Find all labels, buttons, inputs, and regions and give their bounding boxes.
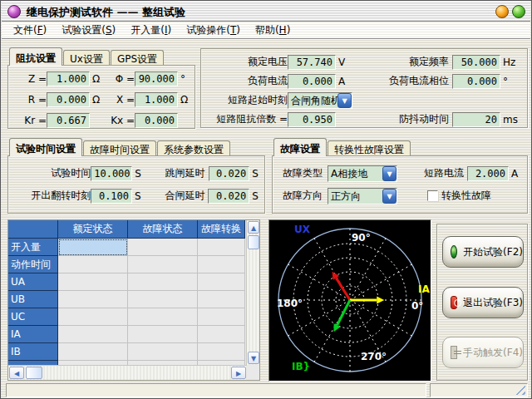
angle-90-label: 90° (352, 232, 371, 244)
minimize-button[interactable] (495, 5, 509, 18)
load-phase-unit: ° (500, 76, 519, 87)
table-row: UC (8, 308, 259, 326)
test-time-input[interactable]: 10.000 (91, 166, 132, 181)
close-delay-unit: S (249, 190, 264, 202)
output-flip-unit: S (132, 190, 147, 202)
phi-unit: ° (178, 73, 190, 85)
fault-type-dropdown[interactable]: A相接地 ▼ (328, 165, 397, 182)
fault-type-label: 故障类型 (279, 166, 323, 180)
menu-item-binary-input[interactable]: 开入量(I) (124, 22, 178, 39)
trip-delay-input[interactable]: 0.020 (209, 166, 250, 181)
status-bar-right (430, 383, 528, 397)
r-label: R = (18, 94, 47, 106)
short-current-unit: A (509, 168, 518, 180)
load-phase-input[interactable]: 0.000 (452, 74, 500, 89)
output-flip-input[interactable]: 0.100 (91, 189, 132, 204)
test-time-label: 试验时间 (15, 166, 91, 180)
r-input[interactable]: 0.000 (47, 92, 90, 107)
rated-freq-input[interactable]: 50.000 (452, 55, 500, 70)
tab-convert-fault-settings[interactable]: 转换性故障设置 (328, 140, 411, 156)
z-unit: Ω (90, 73, 101, 85)
angle-270-label: 270° (361, 351, 387, 362)
vertical-scrollbar[interactable]: ▲ ▼ (246, 220, 259, 365)
menu-item-test-settings[interactable]: 试验设置(S) (55, 22, 122, 39)
tab-system-param-settings[interactable]: 系统参数设置 (157, 140, 230, 156)
table-row: UA (8, 273, 259, 291)
chevron-down-icon[interactable]: ▼ (337, 93, 352, 108)
tab-ux-settings[interactable]: Ux设置 (63, 50, 110, 66)
fault-type-value: A相接地 (328, 166, 382, 181)
manual-trigger-icon (451, 346, 457, 359)
convert-fault-label: 转换性故障 (441, 189, 491, 203)
resize-grip[interactable] (515, 384, 525, 395)
vscroll-thumb[interactable] (248, 235, 259, 249)
title-bar: 继电保护测试软件 —— 整组试验 (2, 2, 530, 22)
short-current-label: 短路电流 (397, 166, 464, 180)
short-start-dropdown[interactable]: 合闸角随机 ▼ (288, 92, 352, 109)
chevron-down-icon[interactable]: ▼ (382, 189, 397, 204)
short-start-label: 短路起始时刻 (208, 93, 288, 107)
vector-diagram: UX 90° 180° 0° IA 270° IB} (268, 219, 431, 382)
phi-input[interactable]: 90.000 (135, 71, 178, 86)
kx-input[interactable]: 0.000 (135, 113, 178, 128)
col-header-fault-convert: 故障转换 (198, 220, 245, 239)
manual-trigger-button[interactable]: 手动触发(F4) (442, 337, 524, 368)
kr-input[interactable]: 0.667 (47, 113, 90, 128)
impedance-mult-label: 短路阻抗倍数 = (208, 112, 288, 126)
menu-bar: 文件(F) 试验设置(S) 开入量(I) 试验操作(T) 帮助(H) (2, 22, 530, 39)
rated-freq-unit: Hz (500, 57, 519, 68)
horizontal-scrollbar[interactable]: ◀ ▶ (8, 365, 247, 380)
fault-direction-dropdown[interactable]: 正方向 ▼ (328, 188, 397, 204)
status-bar-left (6, 383, 426, 397)
load-current-label: 负荷电流 (208, 74, 288, 88)
tab-fault-settings[interactable]: 故障设置 (273, 138, 327, 156)
app-icon (7, 5, 21, 18)
debounce-input[interactable]: 20 (452, 112, 500, 127)
menu-item-test-operation[interactable]: 试验操作(T) (180, 22, 247, 39)
rated-voltage-input[interactable]: 57.740 (288, 55, 336, 70)
window-title: 继电保护测试软件 —— 整组试验 (27, 5, 185, 20)
ib-axis-label: IB} (292, 361, 310, 372)
x-input[interactable]: 1.000 (135, 92, 178, 107)
table-row: 开入量 (8, 239, 259, 256)
debounce-unit: ms (500, 114, 519, 126)
results-table: 额定状态 故障状态 故障转换 开入量 动作时间 UA UB UC IA (7, 219, 260, 381)
scroll-up-icon[interactable]: ▲ (248, 221, 259, 234)
z-label: Z = (18, 73, 47, 85)
start-icon (451, 245, 457, 259)
rated-voltage-label: 额定电压 (208, 55, 288, 69)
fault-group: 故障类型 A相接地 ▼ 短路电流 2.000 A 故障方向 正方向 ▼ 转换性故… (272, 155, 528, 214)
tab-impedance-settings[interactable]: 阻抗设置 (9, 47, 62, 66)
close-delay-input[interactable]: 0.020 (208, 189, 249, 204)
close-button[interactable] (512, 5, 525, 18)
short-current-input[interactable]: 2.000 (467, 166, 509, 181)
debounce-label: 防抖动时间 (354, 112, 449, 126)
time-group: 试验时间 10.000 S 跳闸延时 0.020 S 开出翻转时刻 0.100 … (7, 155, 265, 214)
exit-test-button[interactable]: 退出试验(F3) (442, 287, 524, 318)
kr-label: Kr = (18, 115, 47, 126)
z-input[interactable]: 1.000 (47, 71, 90, 86)
tab-test-time-settings[interactable]: 试验时间设置 (9, 138, 82, 156)
col-header-rated-state: 额定状态 (58, 220, 128, 239)
phi-label: Φ = (101, 73, 135, 85)
trip-delay-label: 跳闸延时 (147, 166, 204, 180)
scroll-right-icon[interactable]: ▶ (231, 367, 246, 379)
trip-delay-unit: S (249, 168, 264, 180)
load-current-input[interactable]: 0.000 (288, 74, 336, 89)
tab-fault-time-settings[interactable]: 故障时间设置 (83, 140, 156, 156)
system-group: 额定电压 57.740 V 额定频率 50.000 Hz 负荷电流 0.000 … (200, 48, 528, 128)
impedance-mult-input[interactable]: 0.950 (288, 112, 336, 127)
hscroll-thumb[interactable] (26, 367, 42, 379)
menu-item-file[interactable]: 文件(F) (7, 22, 53, 39)
selected-cell[interactable] (58, 239, 128, 256)
scroll-down-icon[interactable]: ▼ (248, 352, 259, 364)
menu-item-help[interactable]: 帮助(H) (249, 22, 297, 39)
kx-label: Kx = (101, 115, 135, 126)
impedance-tabstrip: 阻抗设置 Ux设置 GPS设置 (9, 47, 165, 66)
tab-gps-settings[interactable]: GPS设置 (111, 50, 164, 66)
convert-fault-checkbox[interactable] (427, 190, 438, 201)
start-test-button[interactable]: 开始试验(F2) (442, 236, 524, 268)
angle-180-label: 180° (277, 298, 303, 309)
scroll-left-icon[interactable]: ◀ (9, 367, 24, 379)
chevron-down-icon[interactable]: ▼ (382, 166, 397, 181)
